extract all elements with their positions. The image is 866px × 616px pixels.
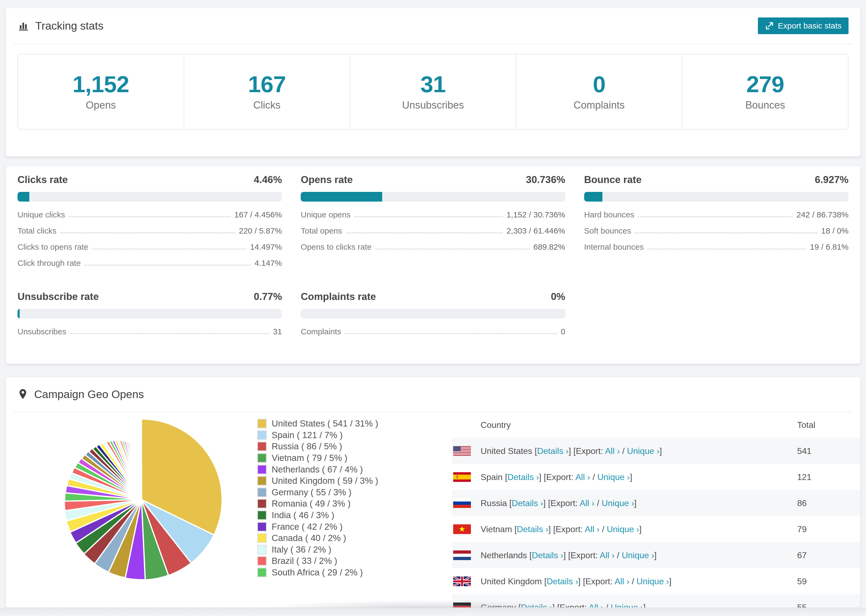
detail-value: 167 / 4.456% xyxy=(235,210,282,219)
legend-label: United States ( 541 / 31% ) xyxy=(272,418,378,429)
legend-color-swatch xyxy=(257,533,267,543)
export-unique-link[interactable]: Unique › xyxy=(622,550,654,560)
legend-color-swatch xyxy=(257,545,267,555)
dotted-leader xyxy=(345,333,557,334)
stat-label: Clicks xyxy=(254,99,280,111)
details-link[interactable]: Details › xyxy=(532,550,563,560)
flag-icon-nl xyxy=(453,550,471,560)
legend-color-swatch xyxy=(257,567,267,577)
rate-value: 4.46% xyxy=(254,174,282,185)
detail-row: Clicks to opens rate14.497% xyxy=(17,242,282,251)
detail-label: Click through rate xyxy=(17,259,81,267)
legend-label: United Kingdom ( 59 / 3% ) xyxy=(272,476,378,486)
legend-item-russia[interactable]: Russia ( 86 / 5% ) xyxy=(257,441,378,452)
detail-row: Unique clicks167 / 4.456% xyxy=(17,210,282,219)
export-unique-link[interactable]: Unique › xyxy=(601,498,634,508)
rate-rows: Unique opens1,152 / 30.736%Total opens2,… xyxy=(301,210,565,251)
legend-color-swatch xyxy=(257,442,267,451)
country-cell: United States [Details ›] [Export: All ›… xyxy=(480,446,662,456)
stat-value: 1,152 xyxy=(72,72,129,96)
rate-title: Bounce rate xyxy=(584,174,642,185)
detail-label: Total clicks xyxy=(17,226,57,235)
country-name: United States xyxy=(480,446,532,456)
export-all-link[interactable]: All › xyxy=(589,602,603,608)
detail-row: Click through rate4.147% xyxy=(17,259,282,267)
detail-row: Unsubscribes31 xyxy=(17,327,282,336)
legend-item-vietnam[interactable]: Vietnam ( 79 / 5% ) xyxy=(257,452,378,464)
legend-item-germany[interactable]: Germany ( 55 / 3% ) xyxy=(257,487,378,498)
geo-legend: United States ( 541 / 31% )Spain ( 121 /… xyxy=(257,418,378,578)
legend-label: Vietnam ( 79 / 5% ) xyxy=(272,453,348,463)
detail-value: 31 xyxy=(273,327,282,336)
detail-label: Unique clicks xyxy=(17,210,65,219)
rate-title-row: Clicks rate4.46% xyxy=(17,174,282,185)
detail-row: Unique opens1,152 / 30.736% xyxy=(301,210,565,219)
export-all-link[interactable]: All › xyxy=(575,472,590,482)
detail-row: Soft bounces18 / 0% xyxy=(584,226,849,235)
export-all-link[interactable]: All › xyxy=(605,446,620,456)
legend-label: India ( 46 / 3% ) xyxy=(272,510,334,520)
details-link[interactable]: Details › xyxy=(537,446,568,456)
detail-value: 0 xyxy=(561,327,565,336)
export-basic-stats-button[interactable]: Export basic stats xyxy=(758,17,849,34)
stat-value: 279 xyxy=(746,72,784,96)
stat-value: 31 xyxy=(420,72,446,96)
stat-value: 0 xyxy=(593,72,605,96)
rate-value: 0.77% xyxy=(254,291,282,302)
table-row-gb: United Kingdom [Details ›] [Export: All … xyxy=(452,568,861,594)
country-cell: Spain [Details ›] [Export: All › / Uniqu… xyxy=(480,472,632,482)
rate-section-opens-rate: Opens rate30.736%Unique opens1,152 / 30.… xyxy=(301,174,565,267)
dotted-leader xyxy=(85,265,251,266)
rate-rows: Hard bounces242 / 86.738%Soft bounces18 … xyxy=(584,210,849,251)
table-row-nl: Netherlands [Details ›] [Export: All › /… xyxy=(452,542,861,568)
legend-item-united-states[interactable]: United States ( 541 / 31% ) xyxy=(257,418,378,429)
legend-label: France ( 42 / 2% ) xyxy=(272,522,343,532)
export-unique-link[interactable]: Unique › xyxy=(627,446,660,456)
legend-color-swatch xyxy=(257,419,267,428)
legend-item-italy[interactable]: Italy ( 36 / 2% ) xyxy=(257,544,378,556)
legend-item-india[interactable]: India ( 46 / 3% ) xyxy=(257,509,378,521)
legend-item-spain[interactable]: Spain ( 121 / 7% ) xyxy=(257,429,378,441)
legend-color-swatch xyxy=(257,556,267,566)
rate-title: Clicks rate xyxy=(17,174,68,185)
stat-label: Complaints xyxy=(574,99,625,111)
export-unique-link[interactable]: Unique › xyxy=(636,576,669,586)
stats-summary-strip: 1,152Opens167Clicks31Unsubscribes0Compla… xyxy=(17,54,849,130)
total-cell: 541 xyxy=(797,446,811,456)
export-unique-link[interactable]: Unique › xyxy=(597,472,630,482)
detail-value: 220 / 5.87% xyxy=(239,226,282,235)
rate-section-complaints-rate: Complaints rate0%Complaints0 xyxy=(301,291,565,336)
rate-section-bounce-rate: Bounce rate6.927%Hard bounces242 / 86.73… xyxy=(584,174,849,267)
progress-bar xyxy=(301,192,565,201)
legend-label: Spain ( 121 / 7% ) xyxy=(272,430,343,440)
total-cell: 55 xyxy=(797,602,807,608)
detail-label: Clicks to opens rate xyxy=(17,242,88,251)
rate-rows: Unique clicks167 / 4.456%Total clicks220… xyxy=(17,210,282,267)
legend-item-france[interactable]: France ( 42 / 2% ) xyxy=(257,521,378,533)
details-link[interactable]: Details › xyxy=(546,576,578,586)
progress-bar xyxy=(17,309,282,319)
details-link[interactable]: Details › xyxy=(507,472,539,482)
column-header-country: Country xyxy=(480,420,511,430)
detail-label: Complaints xyxy=(301,327,341,336)
flag-icon-ru xyxy=(453,498,471,508)
legend-item-united-kingdom[interactable]: United Kingdom ( 59 / 3% ) xyxy=(257,475,378,487)
legend-item-romania[interactable]: Romania ( 49 / 3% ) xyxy=(257,498,378,509)
legend-item-canada[interactable]: Canada ( 40 / 2% ) xyxy=(257,533,378,544)
legend-item-south-africa[interactable]: South Africa ( 29 / 2% ) xyxy=(257,567,378,578)
export-unique-link[interactable]: Unique › xyxy=(611,602,643,608)
detail-value: 4.147% xyxy=(255,259,282,267)
legend-item-brazil[interactable]: Brazil ( 33 / 2% ) xyxy=(257,555,378,567)
details-link[interactable]: Details › xyxy=(517,524,548,534)
details-link[interactable]: Details › xyxy=(512,498,543,508)
detail-value: 19 / 6.81% xyxy=(810,242,849,251)
legend-item-netherlands[interactable]: Netherlands ( 67 / 4% ) xyxy=(257,464,378,475)
export-unique-link[interactable]: Unique › xyxy=(607,524,639,534)
export-all-link[interactable]: All › xyxy=(614,576,629,586)
legend-color-swatch xyxy=(257,511,267,520)
detail-row: Total opens2,303 / 61.446% xyxy=(301,226,565,235)
flag-icon-us xyxy=(453,446,471,456)
export-all-link[interactable]: All › xyxy=(579,498,594,508)
export-all-link[interactable]: All › xyxy=(585,524,600,534)
export-all-link[interactable]: All › xyxy=(600,550,614,560)
